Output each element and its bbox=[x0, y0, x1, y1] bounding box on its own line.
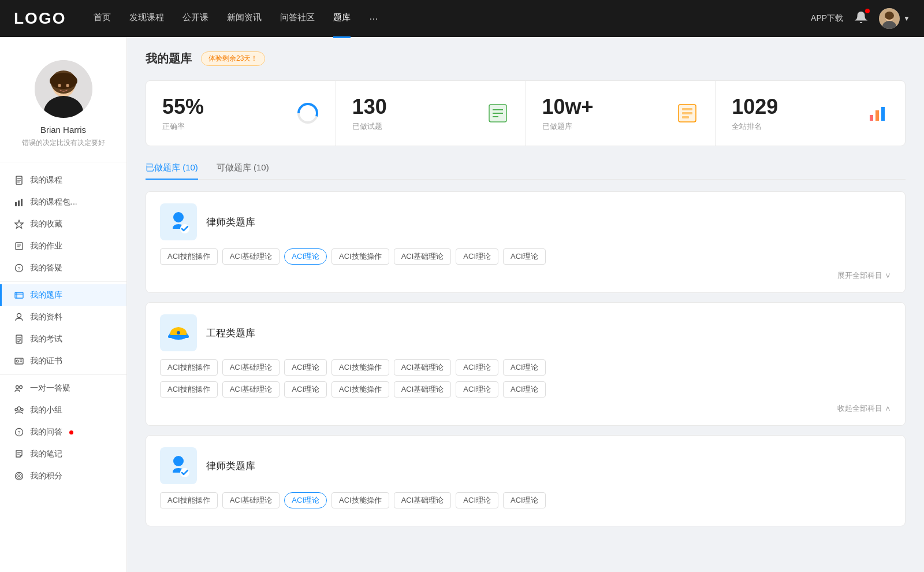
tag[interactable]: ACI技能操作 bbox=[160, 381, 218, 398]
tag[interactable]: ACI理论 bbox=[284, 381, 327, 398]
tabs-row: 已做题库 (10) 可做题库 (10) bbox=[146, 162, 906, 180]
list-icon bbox=[486, 102, 509, 125]
cert-icon bbox=[14, 356, 24, 366]
svg-point-39 bbox=[21, 408, 23, 411]
svg-text:?: ? bbox=[18, 430, 21, 436]
bank-card-lawyer-1: 律师类题库 ACI技能操作 ACI基础理论 ACI理论 ACI技能操作 ACI基… bbox=[146, 191, 906, 293]
sidebar-item-one2one[interactable]: 一对一答疑 bbox=[0, 377, 126, 399]
stat-rank-label: 全站排名 bbox=[732, 121, 856, 132]
sidebar-item-notes[interactable]: 我的笔记 bbox=[0, 443, 126, 465]
nav-open[interactable]: 公开课 bbox=[182, 12, 208, 25]
navbar-right: APP下载 ▼ bbox=[811, 8, 910, 29]
tag[interactable]: ACI基础理论 bbox=[222, 492, 280, 508]
nav-bank[interactable]: 题库 bbox=[333, 12, 351, 25]
sidebar-item-homework[interactable]: 我的作业 bbox=[0, 235, 126, 257]
tag[interactable]: ACI技能操作 bbox=[331, 492, 389, 508]
question-icon: ? bbox=[14, 427, 24, 437]
bank-title-lawyer-2: 律师类题库 bbox=[206, 459, 255, 473]
tag[interactable]: ACI技能操作 bbox=[160, 359, 218, 376]
sidebar-item-qa[interactable]: ? 我的答疑 bbox=[0, 257, 126, 279]
sidebar-label-profile: 我的资料 bbox=[30, 312, 62, 322]
sidebar-label-favorites: 我的收藏 bbox=[30, 219, 62, 229]
sidebar-label-points: 我的积分 bbox=[30, 471, 62, 481]
lawyer-icon-2 bbox=[160, 447, 197, 484]
notification-bell[interactable] bbox=[855, 11, 867, 26]
sidebar-label-notes: 我的笔记 bbox=[30, 449, 62, 459]
tag[interactable]: ACI基础理论 bbox=[394, 359, 452, 376]
sidebar-label-cert: 我的证书 bbox=[30, 356, 62, 366]
sidebar-item-profile[interactable]: 我的资料 bbox=[0, 306, 126, 328]
nav-more[interactable]: ··· bbox=[369, 13, 378, 25]
tab-available[interactable]: 可做题库 (10) bbox=[217, 162, 269, 179]
sidebar-label-question: 我的问答 bbox=[30, 427, 62, 437]
tag[interactable]: ACI基础理论 bbox=[222, 248, 280, 265]
qa-icon: ? bbox=[14, 263, 24, 273]
profile-motto: 错误的决定比没有决定要好 bbox=[22, 138, 105, 148]
chevron-down-icon: ▼ bbox=[903, 14, 910, 23]
svg-rect-54 bbox=[682, 108, 692, 110]
tag[interactable]: ACI基础理论 bbox=[394, 492, 452, 508]
svg-point-3 bbox=[885, 12, 894, 20]
sidebar-label-homework: 我的作业 bbox=[30, 241, 62, 251]
sidebar-item-bank[interactable]: 我的题库 bbox=[0, 284, 126, 306]
tags-row-engineer-2: ACI技能操作 ACI基础理论 ACI理论 ACI技能操作 ACI基础理论 AC… bbox=[160, 381, 891, 398]
nav-home[interactable]: 首页 bbox=[94, 12, 111, 25]
tag[interactable]: ACI技能操作 bbox=[331, 248, 389, 265]
tag-active[interactable]: ACI理论 bbox=[284, 248, 327, 265]
tag[interactable]: ACI理论 bbox=[456, 359, 498, 376]
logo[interactable]: LOGO bbox=[14, 9, 66, 28]
tag[interactable]: ACI技能操作 bbox=[160, 248, 218, 265]
tag[interactable]: ACI基础理论 bbox=[222, 381, 280, 398]
tag[interactable]: ACI技能操作 bbox=[331, 359, 389, 376]
svg-rect-16 bbox=[18, 200, 20, 206]
sidebar-item-favorites[interactable]: 我的收藏 bbox=[0, 213, 126, 235]
stat-questions-value: 130 bbox=[352, 95, 477, 119]
sidebar-menu: 我的课程 我的课程包... 我的收藏 bbox=[0, 162, 126, 494]
sidebar-item-points[interactable]: 我的积分 bbox=[0, 465, 126, 487]
bank-card-engineer: 工程类题库 ACI技能操作 ACI基础理论 ACI理论 ACI技能操作 ACI基… bbox=[146, 302, 906, 426]
app-download-button[interactable]: APP下载 bbox=[811, 13, 843, 24]
svg-rect-57 bbox=[870, 115, 873, 121]
nav-qa[interactable]: 问答社区 bbox=[280, 12, 315, 25]
tag[interactable]: ACI理论 bbox=[503, 359, 546, 376]
tag[interactable]: ACI理论 bbox=[456, 381, 498, 398]
tag[interactable]: ACI技能操作 bbox=[160, 492, 218, 508]
sidebar-item-question[interactable]: ? 我的问答 bbox=[0, 421, 126, 443]
sidebar-label-courses: 我的课程 bbox=[30, 175, 62, 185]
stat-banks-value: 10w+ bbox=[542, 95, 667, 119]
tag-active[interactable]: ACI理论 bbox=[284, 492, 327, 508]
tag[interactable]: ACI理论 bbox=[456, 248, 498, 265]
tag[interactable]: ACI基础理论 bbox=[394, 248, 452, 265]
sidebar-item-exam[interactable]: 我的考试 bbox=[0, 328, 126, 350]
sidebar-item-cert[interactable]: 我的证书 bbox=[0, 350, 126, 372]
user-avatar-menu[interactable]: ▼ bbox=[879, 8, 910, 29]
expand-link-lawyer-1[interactable]: 展开全部科目 ∨ bbox=[160, 270, 891, 281]
page-title: 我的题库 bbox=[146, 51, 192, 66]
svg-rect-58 bbox=[875, 110, 879, 121]
stat-accuracy-label: 正确率 bbox=[162, 121, 287, 132]
bank-title-engineer: 工程类题库 bbox=[206, 326, 255, 340]
trial-badge: 体验剩余23天！ bbox=[201, 51, 265, 66]
tag[interactable]: ACI理论 bbox=[503, 381, 546, 398]
sidebar-label-bank: 我的题库 bbox=[30, 290, 62, 300]
sidebar-item-courses[interactable]: 我的课程 bbox=[0, 169, 126, 191]
tag[interactable]: ACI基础理论 bbox=[394, 381, 452, 398]
tag[interactable]: ACI理论 bbox=[284, 359, 327, 376]
svg-point-38 bbox=[15, 408, 17, 411]
tag[interactable]: ACI技能操作 bbox=[331, 381, 389, 398]
main-content: 我的题库 体验剩余23天！ 55% 正确率 bbox=[127, 37, 924, 572]
collapse-link-engineer[interactable]: 收起全部科目 ∧ bbox=[160, 403, 891, 414]
tag[interactable]: ACI基础理论 bbox=[222, 359, 280, 376]
tag[interactable]: ACI理论 bbox=[456, 492, 498, 508]
nav-news[interactable]: 新闻资讯 bbox=[227, 12, 262, 25]
sidebar-item-course-pack[interactable]: 我的课程包... bbox=[0, 191, 126, 213]
profile-avatar bbox=[35, 60, 92, 118]
svg-point-46 bbox=[18, 476, 20, 477]
nav-discover[interactable]: 发现课程 bbox=[129, 12, 164, 25]
svg-point-32 bbox=[16, 360, 18, 362]
tag[interactable]: ACI理论 bbox=[503, 492, 546, 508]
tab-done[interactable]: 已做题库 (10) bbox=[146, 162, 198, 179]
tag[interactable]: ACI理论 bbox=[503, 248, 546, 265]
stat-banks: 10w+ 已做题库 bbox=[526, 81, 716, 146]
sidebar-item-group[interactable]: 我的小组 bbox=[0, 399, 126, 421]
